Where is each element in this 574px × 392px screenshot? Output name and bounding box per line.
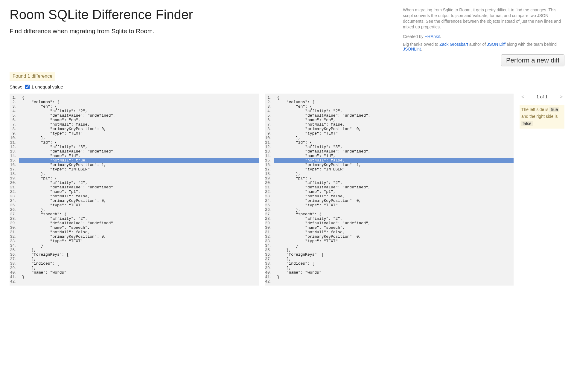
code-line: 34. } bbox=[265, 243, 514, 248]
code-line: 26. }, bbox=[10, 208, 259, 212]
line-number: 28. bbox=[265, 216, 274, 221]
right-code-pane[interactable]: 1.{2. "columns": {3. "en": {4. "affinity… bbox=[265, 94, 514, 286]
thanks-link-jsonlint[interactable]: JSONLint bbox=[403, 47, 421, 51]
line-number: 15. bbox=[265, 158, 274, 163]
code-line: 6. "name": "en", bbox=[265, 118, 514, 122]
code-line: 19. "pl": { bbox=[10, 176, 259, 181]
diff-report: Found 1 difference bbox=[10, 72, 55, 81]
code-text: "type": "TEXT" bbox=[19, 203, 259, 208]
next-diff-arrow[interactable]: > bbox=[558, 94, 564, 100]
code-text: "affinity": "3", bbox=[19, 145, 259, 149]
code-text: "foreignKeys": [ bbox=[274, 252, 514, 257]
line-number: 24. bbox=[265, 199, 274, 203]
line-number: 36. bbox=[265, 252, 274, 257]
line-number: 14. bbox=[10, 154, 19, 158]
code-line: 13. "defaultValue": "undefined", bbox=[10, 149, 259, 154]
code-line: 13. "defaultValue": "undefined", bbox=[265, 149, 514, 154]
code-line: 39. ], bbox=[10, 266, 259, 270]
line-number: 1. bbox=[265, 95, 274, 100]
line-number: 29. bbox=[10, 221, 19, 225]
line-number: 34. bbox=[10, 243, 19, 248]
code-line: 1.{ bbox=[10, 95, 259, 100]
code-line: 7. "notNull": false, bbox=[10, 122, 259, 127]
code-line: 27. "speech": { bbox=[265, 212, 514, 216]
code-text: } bbox=[19, 243, 259, 248]
code-text: "defaultValue": "undefined", bbox=[274, 113, 514, 118]
code-line: 25. "type": "TEXT" bbox=[10, 203, 259, 208]
code-text: "notNull": false, bbox=[19, 230, 259, 234]
code-line: 11. "id": { bbox=[265, 140, 514, 145]
code-text: "name": "id", bbox=[274, 154, 514, 158]
code-text: "affinity": "2", bbox=[274, 181, 514, 185]
code-line: 14. "name": "id", bbox=[10, 154, 259, 158]
line-number: 3. bbox=[265, 104, 274, 109]
code-text: }, bbox=[19, 172, 259, 176]
thanks-link-jsondiff[interactable]: JSON Diff bbox=[487, 42, 506, 47]
code-line: 36. "foreignKeys": [ bbox=[265, 252, 514, 257]
unequal-value-filter[interactable]: 1 unequal value bbox=[25, 84, 63, 89]
line-number: 2. bbox=[265, 100, 274, 104]
line-number: 41. bbox=[10, 275, 19, 279]
unequal-value-label: 1 unequal value bbox=[31, 84, 63, 89]
prev-diff-arrow[interactable]: < bbox=[520, 94, 526, 100]
code-line: 42. bbox=[265, 279, 514, 284]
line-number: 32. bbox=[265, 234, 274, 239]
line-number: 35. bbox=[265, 248, 274, 252]
page-subtitle: Find difference when migrating from Sqli… bbox=[10, 28, 391, 35]
code-line: 32. "primaryKeyPosition": 0, bbox=[265, 234, 514, 239]
line-number: 27. bbox=[265, 212, 274, 216]
perform-new-diff-button[interactable]: Perform a new diff bbox=[501, 54, 564, 66]
code-line: 2. "columns": { bbox=[10, 100, 259, 104]
code-line: 31. "notNull": false, bbox=[10, 230, 259, 234]
code-line: 21. "defaultValue": "undefined", bbox=[265, 185, 514, 190]
line-number: 20. bbox=[10, 181, 19, 185]
code-text: }, bbox=[19, 136, 259, 140]
line-number: 16. bbox=[10, 163, 19, 167]
line-number: 33. bbox=[265, 239, 274, 243]
code-text: "primaryKeyPosition": 0, bbox=[274, 127, 514, 131]
code-line: 33. "type": "TEXT" bbox=[10, 239, 259, 243]
line-number: 12. bbox=[10, 145, 19, 149]
code-line: 30. "name": "speech", bbox=[10, 225, 259, 230]
line-number: 40. bbox=[265, 270, 274, 275]
line-number: 4. bbox=[10, 109, 19, 113]
line-number: 30. bbox=[265, 225, 274, 230]
left-code-pane[interactable]: 1.{2. "columns": {3. "en": {4. "affinity… bbox=[10, 94, 259, 286]
code-text: "defaultValue": "undefined", bbox=[19, 149, 259, 154]
code-text: "notNull": false, bbox=[19, 122, 259, 127]
code-line: 29. "defaultValue": "undefined", bbox=[265, 221, 514, 225]
code-line: 30. "name": "speech", bbox=[265, 225, 514, 230]
code-text: "type": "TEXT" bbox=[274, 131, 514, 136]
line-number: 21. bbox=[265, 185, 274, 190]
line-number: 11. bbox=[10, 140, 19, 145]
code-text: "name": "pl", bbox=[19, 190, 259, 194]
code-line: 10. }, bbox=[265, 136, 514, 140]
code-text: "affinity": "2", bbox=[274, 216, 514, 221]
line-number: 28. bbox=[10, 216, 19, 221]
code-text: "en": { bbox=[274, 104, 514, 109]
created-by-link[interactable]: HRAnkit bbox=[424, 34, 440, 39]
page-title: Room SQLite Difference Finder bbox=[10, 7, 391, 22]
code-line: 4. "affinity": "2", bbox=[10, 109, 259, 113]
unequal-value-checkbox[interactable] bbox=[25, 85, 30, 89]
line-number: 18. bbox=[265, 172, 274, 176]
code-text: "name": "en", bbox=[19, 118, 259, 122]
code-text: "affinity": "2", bbox=[19, 216, 259, 221]
line-number: 19. bbox=[265, 176, 274, 181]
line-number: 34. bbox=[265, 243, 274, 248]
code-line: 19. "pl": { bbox=[265, 176, 514, 181]
code-text: "defaultValue": "undefined", bbox=[19, 221, 259, 225]
code-text: "notNull": false, bbox=[274, 158, 514, 163]
line-number: 33. bbox=[10, 239, 19, 243]
line-number: 22. bbox=[265, 190, 274, 194]
line-number: 9. bbox=[265, 131, 274, 136]
code-line: 24. "primaryKeyPosition": 0, bbox=[265, 199, 514, 203]
code-line: 36. "foreignKeys": [ bbox=[10, 252, 259, 257]
line-number: 10. bbox=[10, 136, 19, 140]
code-text: }, bbox=[19, 208, 259, 212]
thanks-link-zack[interactable]: Zack Grossbart bbox=[439, 42, 468, 47]
code-text: "speech": { bbox=[274, 212, 514, 216]
code-text: "name": "en", bbox=[274, 118, 514, 122]
code-text: ], bbox=[19, 257, 259, 261]
code-text: "primaryKeyPosition": 1, bbox=[274, 163, 514, 167]
